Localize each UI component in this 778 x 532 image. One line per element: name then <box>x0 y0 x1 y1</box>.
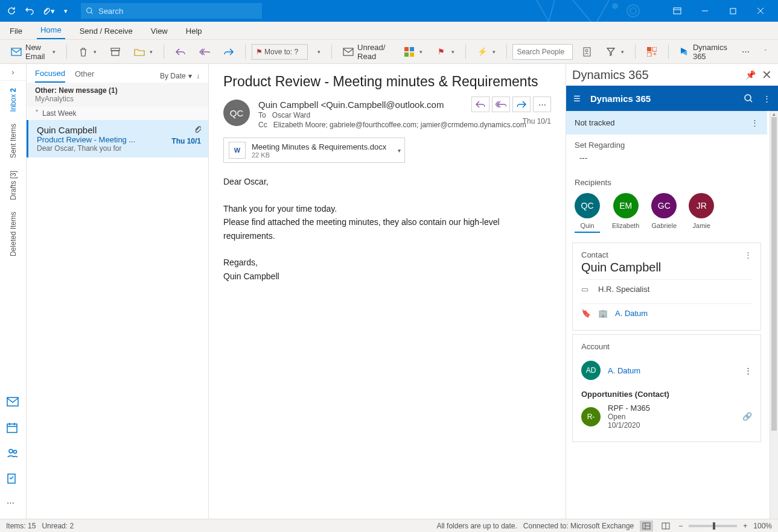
svg-rect-5 <box>730 8 736 14</box>
contact-more-icon[interactable]: ⋮ <box>744 250 752 259</box>
nav-mail-icon[interactable] <box>7 397 20 410</box>
move-to-dropdown[interactable]: ▾ <box>311 43 325 61</box>
reply-button[interactable] <box>170 43 191 61</box>
sort-dropdown[interactable]: By Date ▾ ↓ <box>160 72 200 80</box>
opp-avatar: R- <box>581 407 601 426</box>
search-people-input[interactable] <box>512 44 573 60</box>
nav-people-icon[interactable] <box>7 448 20 461</box>
folder-drafts[interactable]: Drafts [3] <box>9 166 18 205</box>
zoom-slider[interactable] <box>689 525 737 527</box>
view-normal-icon[interactable] <box>640 521 653 531</box>
reply-icon[interactable] <box>471 97 489 112</box>
categorize-button[interactable]: ▾ <box>399 43 427 61</box>
move-button[interactable]: ▾ <box>129 43 158 61</box>
building-icon: 🏢 <box>598 309 608 318</box>
sync-icon[interactable] <box>4 3 19 19</box>
undo-icon[interactable] <box>22 3 37 19</box>
track-more-icon[interactable]: ⋮ <box>751 118 759 127</box>
ribbon-collapse-icon[interactable]: ˅ <box>758 43 772 61</box>
more-actions-icon[interactable]: ⋯ <box>533 97 551 112</box>
close-pane-icon[interactable]: ✕ <box>762 68 772 82</box>
tab-view[interactable]: View <box>147 23 171 39</box>
folder-move-icon <box>134 46 145 57</box>
maximize-icon[interactable] <box>719 0 747 22</box>
attach-dropdown-icon[interactable]: ▾ <box>40 3 56 19</box>
opportunity-item[interactable]: R- RPF - M365 Open 10/1/2020 🔗 <box>581 399 752 434</box>
tab-home[interactable]: Home <box>37 22 65 39</box>
zoom-out-icon[interactable]: − <box>678 522 683 530</box>
delete-button[interactable]: ▾ <box>73 43 101 61</box>
svg-text:+: + <box>653 51 657 57</box>
tab-send-receive[interactable]: Send / Receive <box>76 23 136 39</box>
hamburger-icon[interactable]: ☰ <box>573 94 581 103</box>
minimize-icon[interactable] <box>691 0 719 22</box>
view-reading-icon[interactable] <box>659 521 672 531</box>
contact-name[interactable]: Quin Campbell <box>581 261 752 274</box>
tab-other[interactable]: Other <box>75 69 95 82</box>
recipient-jamie[interactable]: JRJamie <box>689 193 714 233</box>
attachment-card[interactable]: W Meeting Minutes & Requirements.docx 22… <box>223 138 405 163</box>
menu-bar: File Home Send / Receive View Help <box>0 22 778 40</box>
expand-rail-icon[interactable]: › <box>0 64 26 81</box>
date-group-header[interactable]: ˅Last Week <box>27 107 208 120</box>
reply-all-icon[interactable] <box>492 97 510 112</box>
svg-point-25 <box>745 95 751 101</box>
tab-file[interactable]: File <box>6 23 26 39</box>
qat-customize-icon[interactable]: ▾ <box>58 3 74 19</box>
set-regarding-value[interactable]: --- <box>575 150 759 166</box>
archive-button[interactable] <box>105 43 126 61</box>
sender-avatar: QC <box>223 100 250 126</box>
tracking-status-row[interactable]: Not tracked ⋮ <box>566 111 767 135</box>
account-link[interactable]: A. Datum <box>608 366 640 375</box>
d365-scrollbar[interactable]: ▴ <box>770 111 778 519</box>
cc-recipients: Elizabeth Moore; gabriele@fourthcoffee.c… <box>273 121 526 129</box>
tab-help[interactable]: Help <box>182 23 206 39</box>
zoom-in-icon[interactable]: + <box>743 522 747 530</box>
account-more-icon[interactable]: ⋮ <box>744 366 752 375</box>
other-inbox-banner[interactable]: Other: New message (1) MyAnalytics <box>27 83 208 107</box>
nav-tasks-icon[interactable] <box>7 473 20 486</box>
message-item[interactable]: Quin Campbell Product Review - Meeting .… <box>27 120 208 157</box>
address-book-button[interactable] <box>576 43 597 61</box>
svg-rect-20 <box>7 397 18 406</box>
funnel-icon <box>605 46 616 57</box>
unread-read-button[interactable]: Unread/ Read <box>338 43 395 61</box>
forward-button[interactable] <box>218 43 239 61</box>
folder-sent[interactable]: Sent Items <box>9 119 18 163</box>
forward-icon[interactable] <box>512 97 531 112</box>
follow-up-button[interactable]: ⚑▾ <box>431 43 459 61</box>
folder-deleted[interactable]: Deleted Items <box>9 207 18 261</box>
tab-focused[interactable]: Focused <box>35 69 65 83</box>
reply-all-button[interactable] <box>194 43 215 61</box>
folder-inbox[interactable]: Inbox 2 <box>9 83 18 116</box>
move-to-combo[interactable]: ⚑ Move to: ? <box>252 44 308 60</box>
d365-app-title: Dynamics 365 <box>590 93 651 104</box>
filter-button[interactable]: ▾ <box>601 43 629 61</box>
recipient-quin[interactable]: QCQuin <box>575 193 600 233</box>
nav-calendar-icon[interactable] <box>7 422 20 435</box>
quick-steps-button[interactable]: ⚡▾ <box>472 43 500 61</box>
app-more-icon[interactable]: ⋮ <box>763 94 771 103</box>
contact-company-link[interactable]: A. Datum <box>615 309 648 318</box>
chevron-down-icon[interactable]: ▾ <box>398 147 401 154</box>
recipient-avatar: EM <box>613 193 639 218</box>
ribbon-overflow-icon[interactable]: ⋯ <box>737 43 754 61</box>
new-email-button[interactable]: New Email ▾ <box>6 43 60 61</box>
main-area: › Inbox 2 Sent Items Drafts [3] Deleted … <box>0 64 778 519</box>
global-search[interactable] <box>81 3 262 19</box>
pin-icon[interactable]: 📌 <box>745 70 756 80</box>
get-addins-button[interactable]: + <box>642 43 662 61</box>
recipient-gabriele[interactable]: GCGabriele <box>651 193 677 233</box>
nav-more-icon[interactable]: ⋯ <box>7 498 20 511</box>
dynamics-365-button[interactable]: Dynamics 365 <box>675 43 733 61</box>
msg-from: Quin Campbell <box>37 125 200 135</box>
close-icon[interactable] <box>747 0 774 22</box>
recipient-elizabeth[interactable]: EMElizabeth <box>612 193 639 233</box>
link-icon[interactable]: 🔗 <box>742 412 752 421</box>
search-icon[interactable] <box>744 93 753 103</box>
svg-point-15 <box>585 49 588 52</box>
global-search-input[interactable] <box>98 7 257 16</box>
reply-all-icon <box>199 46 210 57</box>
svg-rect-11 <box>410 47 414 51</box>
ribbon-display-icon[interactable] <box>663 0 691 22</box>
